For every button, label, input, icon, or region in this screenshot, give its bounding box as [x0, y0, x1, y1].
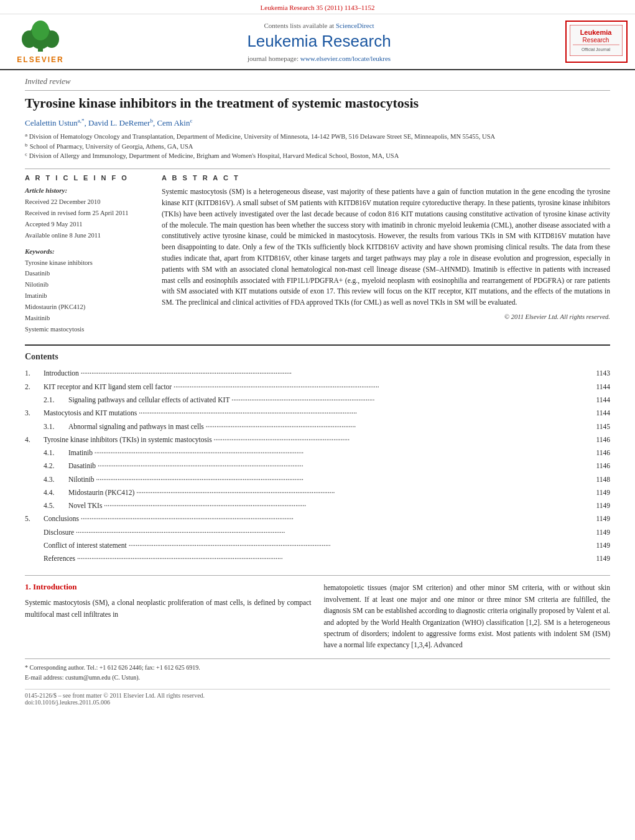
- intro-col2-text: hematopoietic tissues (major SM criterio…: [324, 582, 611, 650]
- toc-item-4-5: 4.5. Novel TKIs ························…: [25, 499, 610, 512]
- affiliation-c: ᶜ Division of Allergy and Immunology, De…: [25, 151, 610, 161]
- author-akin: Cem Akinc: [157, 118, 192, 127]
- doi-line: doi:10.1016/j.leukres.2011.05.006: [25, 699, 610, 706]
- citation-bar: Leukemia Research 35 (2011) 1143–1152: [0, 0, 635, 14]
- contents-title: Contents: [25, 352, 610, 362]
- toc-item-4-2: 4.2. Dasatinib ·························…: [25, 459, 610, 473]
- keyword-2: Dasatinib: [25, 268, 149, 279]
- title-divider: [25, 90, 610, 91]
- article-dates: Received 22 December 2010 Received in re…: [25, 196, 149, 241]
- available-date: Available online 8 June 2011: [25, 230, 149, 241]
- article-type: Invited review: [25, 76, 610, 86]
- svg-text:Research: Research: [583, 37, 610, 44]
- toc-item-2: 2. KIT receptor and KIT ligand stem cell…: [25, 381, 610, 394]
- article-info-col: A R T I C L E I N F O Article history: R…: [25, 174, 149, 335]
- elsevier-tree-icon: [16, 19, 65, 53]
- elsevier-label: ELSEVIER: [17, 55, 63, 64]
- issn-line: 0145-2126/$ – see front matter © 2011 El…: [25, 692, 610, 699]
- contents-section: Contents 1. Introduction ···············…: [25, 344, 610, 565]
- copyright: © 2011 Elsevier Ltd. All rights reserved…: [162, 313, 610, 320]
- info-abstract-section: A R T I C L E I N F O Article history: R…: [25, 174, 610, 335]
- author-deremer: David L. DeRemerb: [88, 118, 153, 127]
- toc-item-5: 5. Conclusions ·························…: [25, 512, 610, 525]
- journal-header: ELSEVIER Contents lists available at Sci…: [0, 14, 635, 70]
- intro-heading: 1. Introduction: [25, 582, 312, 592]
- keyword-5: Midostaurin (PKC412): [25, 302, 149, 313]
- abstract-text: Systemic mastocytosis (SM) is a heteroge…: [162, 187, 610, 308]
- toc-item-4-4: 4.4. Midostaurin (PKC412) ··············…: [25, 486, 610, 499]
- svg-point-4: [32, 21, 49, 40]
- keywords-list: Tyrosine kinase inhibitors Dasatinib Nil…: [25, 257, 149, 335]
- article-info-heading: A R T I C L E I N F O: [25, 174, 149, 182]
- keyword-3: Nilotinib: [25, 279, 149, 290]
- intro-col1-text: Systemic mastocytosis (SM), a clonal neo…: [25, 597, 312, 620]
- toc-item-2-1: 2.1. Signaling pathways and cellular eff…: [25, 394, 610, 407]
- affiliation-b: ᵇ School of Pharmacy, University of Geor…: [25, 142, 610, 152]
- abstract-col: A B S T R A C T Systemic mastocytosis (S…: [162, 174, 610, 335]
- toc-item-4-3: 4.3. Nilotinib ·························…: [25, 473, 610, 486]
- authors: Celalettin Ustuna,*, David L. DeRemerb, …: [25, 118, 610, 128]
- toc-item-references: References ·····························…: [25, 552, 610, 565]
- sciencedirect-link[interactable]: ScienceDirect: [336, 22, 374, 29]
- author-ustun: Celalettin Ustuna,*: [25, 118, 85, 127]
- sciencedirect-line: Contents lists available at ScienceDirec…: [264, 22, 374, 29]
- corresponding-footnote: * Corresponding author. Tel.: +1 612 626…: [25, 663, 610, 673]
- svg-text:Leukemia: Leukemia: [580, 29, 613, 36]
- citation-text: Leukemia Research 35 (2011) 1143–1152: [261, 4, 375, 11]
- introduction-section: 1. Introduction Systemic mastocytosis (S…: [25, 575, 610, 650]
- footnote-area: * Corresponding author. Tel.: +1 612 626…: [25, 658, 610, 683]
- homepage-link[interactable]: www.elsevier.com/locate/leukres: [300, 55, 391, 62]
- toc-item-4: 4. Tyrosine kinase inhibitors (TKIs) in …: [25, 433, 610, 446]
- keywords-label: Keywords:: [25, 247, 149, 255]
- keyword-7: Systemic mastocytosis: [25, 324, 149, 335]
- intro-left-col: 1. Introduction Systemic mastocytosis (S…: [25, 582, 312, 650]
- intro-right-col: hematopoietic tissues (major SM criterio…: [324, 582, 611, 650]
- homepage-line: journal homepage: www.elsevier.com/locat…: [248, 55, 391, 62]
- toc-item-disclosure: Disclosure ·····························…: [25, 526, 610, 539]
- journal-logo-box: Leukemia Research Official Journal: [563, 19, 629, 64]
- svg-text:Official Journal: Official Journal: [582, 47, 611, 52]
- toc-item-conflict: Conflict of interest statement ·········…: [25, 539, 610, 552]
- journal-title: Leukemia Research: [247, 32, 391, 51]
- info-divider: [25, 168, 610, 169]
- journal-logo: Leukemia Research Official Journal: [565, 21, 628, 63]
- journal-header-center: Contents lists available at ScienceDirec…: [75, 19, 563, 64]
- elsevier-logo: ELSEVIER: [6, 19, 75, 64]
- revised-date: Received in revised form 25 April 2011: [25, 208, 149, 219]
- email-footnote: E-mail address: custum@umn.edu (C. Ustun…: [25, 673, 610, 683]
- affiliation-a: ᵃ Division of Hematology Oncology and Tr…: [25, 132, 610, 142]
- history-label: Article history:: [25, 187, 149, 194]
- affiliations: ᵃ Division of Hematology Oncology and Tr…: [25, 132, 610, 161]
- article-title: Tyrosine kinase inhibitors in the treatm…: [25, 95, 610, 113]
- accepted-date: Accepted 9 May 2011: [25, 219, 149, 230]
- toc-item-4-1: 4.1. Imatinib ··························…: [25, 446, 610, 459]
- toc-item-1: 1. Introduction ························…: [25, 367, 610, 380]
- toc-item-3: 3. Mastocytosis and KIT mutations ······…: [25, 407, 610, 420]
- journal-logo-image: Leukemia Research Official Journal: [570, 25, 623, 56]
- bottom-footer: 0145-2126/$ – see front matter © 2011 El…: [25, 689, 610, 706]
- toc-item-3-1: 3.1. Abnormal signaling and pathways in …: [25, 420, 610, 433]
- article-body: Invited review Tyrosine kinase inhibitor…: [0, 70, 635, 712]
- keyword-4: Imatinib: [25, 290, 149, 302]
- received-date: Received 22 December 2010: [25, 196, 149, 208]
- keyword-1: Tyrosine kinase inhibitors: [25, 257, 149, 269]
- abstract-heading: A B S T R A C T: [162, 174, 610, 182]
- keyword-6: Masitinib: [25, 313, 149, 324]
